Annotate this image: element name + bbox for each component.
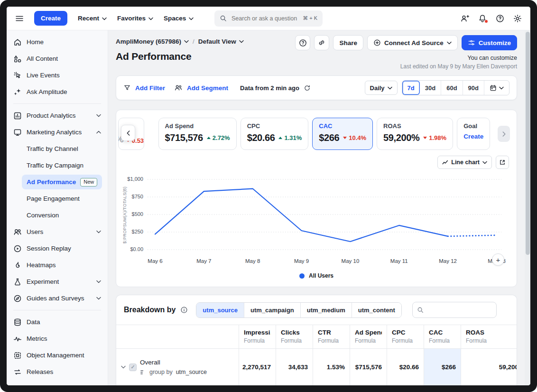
column-header-ad-spend[interactable]: Ad Spend Formula (350, 325, 387, 348)
search-input[interactable] (231, 15, 299, 22)
favorites-menu[interactable]: Favorites (117, 15, 153, 22)
sidebar-item-traffic-by-channel[interactable]: Traffic by Channel (7, 140, 108, 157)
scrollbar-track[interactable] (525, 30, 530, 385)
breakdown-search-input[interactable] (427, 306, 492, 314)
add-filter-button[interactable]: Add Filter (135, 84, 165, 92)
notifications-bell-icon[interactable] (478, 14, 487, 23)
range-7d[interactable]: 7d (402, 81, 420, 95)
sidebar-item-metrics[interactable]: Metrics (7, 330, 108, 347)
share-button[interactable]: Share (333, 35, 363, 50)
column-header-roas[interactable]: ROAS Formula (461, 325, 517, 348)
sidebar-item-releases[interactable]: Releases (7, 364, 108, 380)
sidebar-item-guides-and-surveys[interactable]: Guides and Surveys (7, 290, 108, 307)
spaces-menu[interactable]: Spaces (164, 15, 194, 22)
sidebar-item-ask-amplitude[interactable]: Ask Amplitude (7, 84, 108, 100)
chevron-down-icon (499, 86, 504, 90)
add-user-icon[interactable] (460, 14, 469, 23)
info-icon[interactable] (180, 306, 188, 314)
tab-utm-medium[interactable]: utm_medium (300, 303, 352, 317)
row-checkbox[interactable]: ✓ (129, 364, 137, 371)
metric-card-cac[interactable]: CAC $266 10.4% (312, 118, 373, 150)
granularity-select[interactable]: Daily (365, 81, 398, 95)
range-60d[interactable]: 60d (441, 81, 462, 95)
sidebar-item-experiment[interactable]: Experiment (7, 273, 108, 290)
metric-delta: 2.72% (207, 134, 230, 141)
sidebar-item-object-management[interactable]: Object Management (7, 347, 108, 364)
chevron-down-icon (96, 114, 101, 117)
sidebar-item-all-content[interactable]: All Content (7, 50, 108, 67)
compass-icon (13, 294, 22, 303)
create-button[interactable]: Create (34, 11, 67, 26)
help-icon[interactable] (496, 14, 504, 23)
hamburger-menu-icon[interactable] (15, 14, 24, 23)
line-chart-icon (442, 160, 448, 165)
help-button[interactable] (295, 35, 310, 50)
metric-card-cpc[interactable]: CPC $20.66 1.31% (241, 118, 309, 150)
gear-icon[interactable] (513, 14, 522, 23)
refresh-icon[interactable] (304, 84, 311, 92)
sidebar-item-label: Traffic by Campaign (27, 162, 83, 169)
chart-legend[interactable]: All Users (116, 272, 517, 279)
sidebar-item-traffic-by-campaign[interactable]: Traffic by Campaign (7, 157, 108, 174)
customize-button[interactable]: Customize (462, 35, 517, 50)
sidebar-item-ad-performance[interactable]: Ad Performance New (22, 175, 102, 189)
connect-ad-source-button[interactable]: Connect Ad Source (367, 35, 458, 50)
range-30d[interactable]: 30d (420, 81, 441, 95)
chart-type-value: Line chart (451, 159, 480, 166)
x-axis-tick: May 7 (187, 258, 221, 264)
breakdown-table: Impressi… Formula Clicks Formula CTR For… (116, 325, 517, 385)
tab-utm-content[interactable]: utm_content (352, 303, 401, 317)
sparkles-icon (13, 88, 22, 96)
legend-label: All Users (309, 272, 333, 279)
sidebar-item-marketing-analytics[interactable]: Marketing Analytics (7, 124, 108, 140)
custom-date-range-button[interactable] (484, 81, 509, 95)
metric-delta: 1.98% (423, 134, 446, 141)
sidebar-item-data[interactable]: Data (7, 314, 108, 330)
customize-hint: You can customize (468, 55, 517, 61)
x-axis-tick: May 9 (285, 258, 318, 264)
create-goal-link[interactable]: Create (463, 133, 483, 140)
metric-card-roas[interactable]: ROAS 59,200% 1.98% (377, 118, 453, 150)
expand-row-chevron-icon[interactable] (121, 365, 126, 369)
column-header-impressions[interactable]: Impressi… Formula (239, 325, 276, 348)
scrollbar-thumb[interactable] (526, 32, 530, 255)
group-by-line[interactable]: group by utm_source (140, 369, 207, 375)
sidebar-item-page-engagement[interactable]: Page Engagement (7, 190, 108, 207)
x-axis-tick: May 10 (333, 258, 367, 264)
add-annotation-button[interactable]: + (492, 253, 504, 266)
breadcrumb-view[interactable]: Default View (198, 38, 244, 45)
column-header-cpc[interactable]: CPC Formula (387, 325, 424, 348)
sidebar-item-label: Ask Amplitude (27, 88, 67, 95)
scroll-cards-right-button[interactable] (498, 126, 510, 142)
breakdown-search[interactable] (412, 302, 497, 318)
breakdown-card: Breakdown by utm_source utm_campaign utm… (116, 295, 517, 385)
scroll-cards-left-button[interactable] (121, 125, 135, 141)
tab-utm-source[interactable]: utm_source (196, 303, 244, 317)
chart-type-select[interactable]: Line chart (437, 156, 492, 169)
add-segment-button[interactable]: Add Segment (187, 84, 228, 92)
line-chart-plot[interactable]: $:PROPSUM(A)/TOTALS(B) $1,000 $750 $500 … (148, 175, 501, 255)
column-header-clicks[interactable]: Clicks Formula (276, 325, 313, 348)
range-90d[interactable]: 90d (463, 81, 484, 95)
column-header-ctr[interactable]: CTR Formula (313, 325, 350, 348)
sidebar-item-session-replay[interactable]: Session Replay (7, 240, 108, 257)
sidebar-item-live-events[interactable]: Live Events (7, 67, 108, 84)
funnel-icon (123, 84, 131, 92)
sidebar-item-home[interactable]: Home (7, 34, 108, 50)
search-icon (417, 307, 424, 313)
chevron-down-icon (482, 161, 487, 164)
sidebar-item-heatmaps[interactable]: Heatmaps (7, 257, 108, 273)
open-chart-button[interactable] (496, 156, 509, 169)
column-header-cac[interactable]: CAC Formula (424, 325, 461, 348)
recent-menu[interactable]: Recent (78, 15, 107, 22)
cell-clicks: 34,633 (276, 349, 313, 385)
sidebar-item-users[interactable]: Users (7, 224, 108, 240)
metric-card-ad-spend[interactable]: Ad Spend $715,576 2.72% (158, 118, 237, 150)
flask-icon (13, 278, 22, 286)
tab-utm-campaign[interactable]: utm_campaign (244, 303, 300, 317)
sidebar-item-conversion[interactable]: Conversion (7, 207, 108, 224)
sidebar-item-product-analytics[interactable]: Product Analytics (7, 107, 108, 124)
breadcrumb-project[interactable]: AmpliMoney (657986) (116, 38, 189, 45)
copy-link-button[interactable] (314, 35, 329, 50)
global-search[interactable]: ⌘ + K (214, 10, 323, 27)
